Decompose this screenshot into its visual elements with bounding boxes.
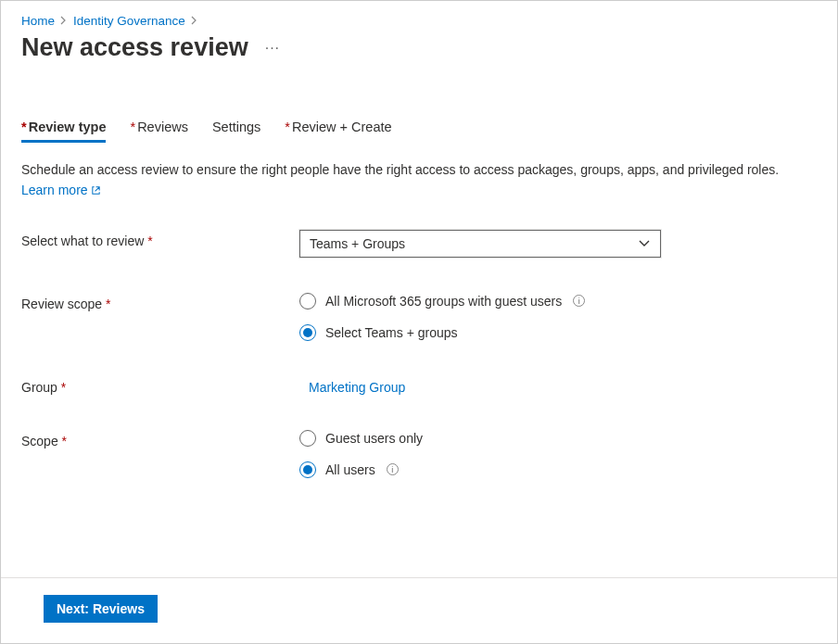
external-link-icon: [91, 181, 101, 199]
review-scope-group: All Microsoft 365 groups with guest user…: [299, 293, 817, 341]
tab-reviews[interactable]: *Reviews: [130, 120, 187, 143]
info-icon[interactable]: i: [387, 463, 399, 475]
description-block: Schedule an access review to ensure the …: [21, 160, 817, 200]
footer-bar: Next: Reviews: [1, 577, 837, 643]
required-indicator: *: [285, 120, 290, 134]
tab-label: Review type: [29, 120, 107, 134]
select-what-to-review[interactable]: Teams + Groups: [299, 230, 661, 258]
chevron-down-icon: [638, 239, 651, 248]
learn-more-label: Learn more: [21, 181, 88, 199]
scope-group: Guest users only All users i: [299, 430, 817, 478]
select-value: Teams + Groups: [310, 236, 405, 251]
tab-bar: *Review type *Reviews Settings *Review +…: [21, 120, 817, 144]
required-indicator: *: [61, 380, 66, 395]
radio-icon: [299, 461, 316, 478]
radio-label: Guest users only: [325, 431, 423, 446]
label-group: Group *: [21, 376, 299, 395]
chevron-right-icon: [191, 14, 198, 28]
tab-label: Review + Create: [292, 120, 392, 134]
radio-icon: [299, 324, 316, 341]
selected-group-link[interactable]: Marketing Group: [299, 380, 405, 395]
radio-select-teams-groups[interactable]: Select Teams + groups: [299, 324, 817, 341]
radio-all-m365-groups[interactable]: All Microsoft 365 groups with guest user…: [299, 293, 817, 309]
radio-label: Select Teams + groups: [325, 325, 458, 340]
description-text: Schedule an access review to ensure the …: [21, 162, 779, 177]
breadcrumb-identity-governance[interactable]: Identity Governance: [73, 14, 185, 28]
required-indicator: *: [147, 234, 152, 248]
page-title: New access review: [21, 33, 248, 62]
tab-review-create[interactable]: *Review + Create: [285, 120, 391, 143]
required-indicator: *: [21, 120, 27, 134]
tab-label: Settings: [212, 120, 260, 134]
tab-settings[interactable]: Settings: [212, 120, 260, 143]
radio-icon: [299, 430, 316, 447]
required-indicator: *: [62, 434, 67, 448]
next-reviews-button[interactable]: Next: Reviews: [44, 595, 158, 623]
tab-review-type[interactable]: *Review type: [21, 120, 106, 143]
chevron-right-icon: [60, 14, 68, 28]
more-actions-button[interactable]: ···: [265, 40, 280, 57]
learn-more-link[interactable]: Learn more: [21, 181, 101, 199]
tab-label: Reviews: [137, 120, 188, 134]
radio-label: All Microsoft 365 groups with guest user…: [325, 294, 562, 309]
label-select-what: Select what to review *: [21, 230, 299, 248]
radio-all-users[interactable]: All users i: [299, 461, 817, 478]
required-indicator: *: [130, 120, 135, 134]
info-icon[interactable]: i: [573, 295, 585, 307]
breadcrumb-home[interactable]: Home: [21, 14, 55, 28]
radio-icon: [299, 293, 316, 309]
required-indicator: *: [106, 297, 110, 311]
radio-guest-users-only[interactable]: Guest users only: [299, 430, 817, 447]
label-scope: Scope *: [21, 430, 299, 448]
label-review-scope: Review scope *: [21, 293, 299, 311]
breadcrumb: Home Identity Governance: [21, 14, 817, 28]
radio-label: All users: [325, 462, 375, 477]
